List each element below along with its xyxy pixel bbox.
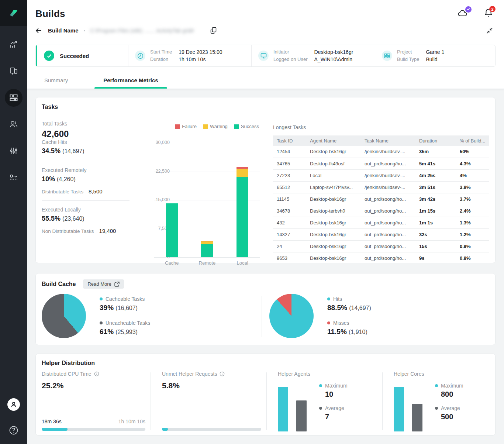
column-header[interactable]: % of Build...: [456, 135, 489, 146]
average-dot: [319, 407, 322, 410]
stat-label: Executed Remotely: [42, 167, 135, 173]
table-row[interactable]: 14327Desktop-bsk16grout_prd/soong/ho...3…: [273, 228, 489, 240]
question-icon: [8, 425, 19, 436]
helper-agents-label: Helper Agents: [278, 371, 310, 377]
table-row[interactable]: 65512Laptop-sv4r7f4vsv.../jenkins/builds…: [273, 181, 489, 193]
legend-swatch: [234, 124, 239, 129]
settings-icon: [9, 146, 18, 156]
pie-legend-misses: Misses11.5% (1,910): [327, 320, 371, 336]
copy-button[interactable]: [210, 27, 217, 34]
collapse-button[interactable]: [486, 27, 493, 34]
read-more-label: Read More: [87, 281, 111, 287]
task-name: out_prd/soong/ho...: [361, 228, 415, 240]
pie-legend-uncacheable-tasks: Uncacheable Tasks61% (25,993): [100, 320, 150, 336]
cores-max-value: 800: [441, 390, 463, 399]
unmet-value: 5.8%: [162, 381, 266, 390]
cloud-status-button[interactable]: [458, 9, 469, 19]
stat-label: Total Tasks: [42, 121, 135, 127]
table-row[interactable]: 24Desktop-bsk16grout_prd/soong/ho...15s0…: [273, 240, 489, 252]
bar-cache[interactable]: [166, 203, 178, 257]
stat-total-tasks: Total Tasks42,600: [42, 121, 135, 139]
task-name: /jenkins/buildsev-...: [361, 169, 415, 181]
task-name: /jenkins/buildsev-...: [361, 181, 415, 193]
table-row[interactable]: 27223Local/jenkins/buildsev-...4m 25s4%: [273, 169, 489, 181]
build-cache-title: Build Cache: [42, 281, 76, 288]
status-field-label: Duration: [150, 56, 172, 62]
info-icon[interactable]: [220, 371, 225, 376]
tasks-title: Tasks: [42, 104, 489, 110]
agent-name: Desktop-bsk16gr: [306, 252, 361, 264]
chart-plot-area: 30,00022,50015,0007,5000CacheRemoteLocal: [154, 143, 260, 257]
tasks-bar-chart: FailureWarningSuccess 30,00022,50015,000…: [135, 110, 261, 263]
cpu-elapsed: 18m 36s: [42, 419, 62, 424]
status-key-values: InitiatorDesktop-bsk16grLogged on UserA_…: [273, 49, 353, 62]
duration: 1m 1s: [415, 217, 456, 228]
bar-local[interactable]: [237, 167, 248, 257]
status-field-value: Game 1: [426, 49, 444, 55]
table-row[interactable]: 12454Desktop-bsk16gr/jenkins/buildsev-..…: [273, 146, 489, 158]
unmet-helper-requests: Unmet Helper Requests 5.8%: [151, 371, 266, 431]
status-key-values: ProjectGame 1Build TypeBuild: [397, 49, 444, 62]
pct-of-build: 3.7%: [456, 193, 489, 205]
longest-tasks-table: Task IDAgent NameTask NameDuration% of B…: [273, 135, 489, 264]
project-icon: [382, 51, 392, 61]
agent-name: Desktop-fk49osf: [306, 158, 361, 169]
tab-summary[interactable]: Summary: [35, 73, 77, 89]
max-label: Maximum: [441, 383, 463, 389]
read-more-button[interactable]: Read More: [83, 279, 124, 289]
status-field-value: Build: [426, 56, 444, 62]
column-header[interactable]: Task Name: [361, 135, 415, 146]
duration: 3m 42s: [415, 193, 456, 205]
unmet-progress: [162, 428, 261, 431]
success-check-icon: [44, 51, 54, 61]
table-row[interactable]: 432Desktop-bsk16grout_prd/soong/ho...1m …: [273, 217, 489, 228]
sidebar-item-settings[interactable]: [0, 138, 27, 164]
help-button[interactable]: [8, 425, 19, 436]
legend-dot: [327, 297, 330, 300]
agent-name: Desktop-bsk16gr: [306, 146, 361, 158]
column-header[interactable]: Duration: [415, 135, 456, 146]
helper-agents-legend: Maximum 10 Average 7: [319, 383, 348, 421]
tab-performance-metrics[interactable]: Performance Metrics: [94, 73, 167, 89]
collapse-arrows-icon: [486, 27, 493, 34]
breadcrumb-label: Build Name: [48, 27, 79, 34]
back-button[interactable]: [35, 28, 42, 34]
table-row[interactable]: 34765Desktop-fk49osfout_prd/soong/ho...5…: [273, 158, 489, 169]
sidebar-item-users[interactable]: [0, 111, 27, 138]
legend-label: Misses: [333, 320, 349, 326]
hit-rate-pie: [269, 294, 314, 338]
sidebar-item-builds[interactable]: [0, 85, 27, 111]
task-id: 24: [273, 240, 306, 252]
hit-rate-chart: Hits88.5% (14,697)Misses11.5% (1,910): [262, 294, 489, 338]
table-row[interactable]: 11145Desktop-bsk16grout_prd/soong/ho...3…: [273, 193, 489, 205]
duration: 15s: [415, 240, 456, 252]
unmet-label: Unmet Helper Requests: [162, 371, 217, 377]
sidebar-item-analytics[interactable]: [0, 31, 27, 58]
status-field-value: Desktop-bsk16gr: [314, 49, 353, 55]
info-icon[interactable]: [94, 371, 99, 376]
sidebar-item-license[interactable]: [0, 164, 27, 191]
stat-sub-value: 8,500: [89, 188, 103, 195]
stat-sub-label: Non Distributable Tasks: [42, 228, 94, 234]
app-logo[interactable]: [0, 0, 27, 26]
arrow-left-icon: [35, 28, 42, 34]
table-row[interactable]: 9653Desktop-bsk16grout_prd/soong/ho...9s…: [273, 252, 489, 264]
mini-bar-average: [412, 404, 422, 431]
sidebar-bottom: [0, 398, 27, 444]
longest-tasks: Longest Tasks Task IDAgent NameTask Name…: [261, 110, 489, 263]
column-header[interactable]: Task ID: [273, 135, 306, 146]
legend-label: Hits: [333, 296, 342, 302]
sidebar-item-agents[interactable]: [0, 58, 27, 85]
user-avatar[interactable]: [7, 398, 20, 411]
notifications-button[interactable]: 2: [484, 8, 493, 20]
helper-cores-label: Helper Cores: [394, 371, 424, 377]
table-row[interactable]: 34678Desktop-terbvh0out_prd/soong/ho...1…: [273, 205, 489, 217]
legend-label: Success: [241, 124, 259, 129]
check-icon: [467, 8, 470, 11]
bar-remote[interactable]: [201, 241, 213, 257]
column-header[interactable]: Agent Name: [306, 135, 361, 146]
clock-icon: [135, 51, 145, 61]
stat-cache-hits: Cache Hits34.5% (14,697): [42, 139, 135, 155]
max-label: Maximum: [325, 383, 348, 389]
agent-name: Desktop-bsk16gr: [306, 240, 361, 252]
